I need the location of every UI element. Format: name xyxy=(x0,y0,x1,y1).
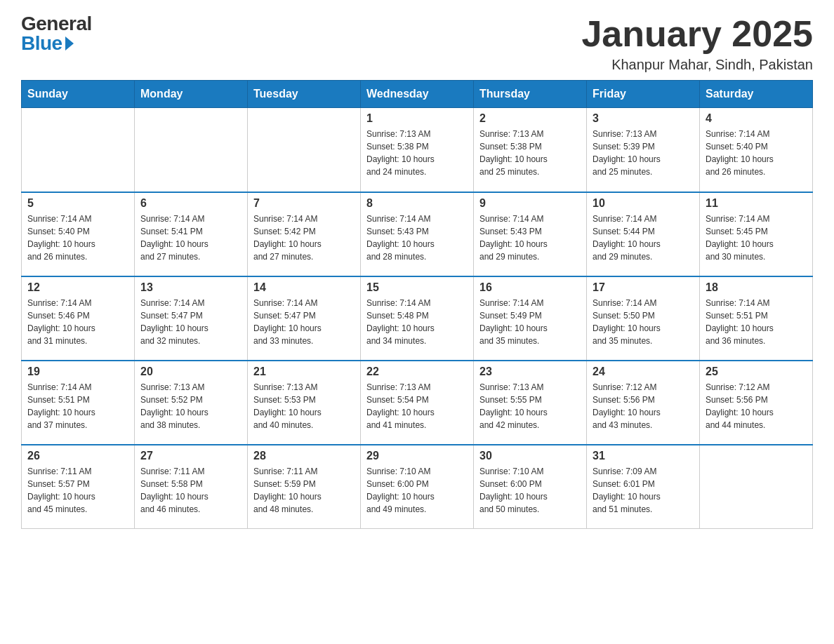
calendar-header-row: SundayMondayTuesdayWednesdayThursdayFrid… xyxy=(22,81,813,108)
day-number: 6 xyxy=(140,197,241,210)
day-number: 24 xyxy=(593,365,694,378)
page-header: General Blue January 2025 Khanpur Mahar,… xyxy=(21,14,813,73)
logo-general-text: General xyxy=(21,14,92,34)
calendar-cell: 13Sunrise: 7:14 AM Sunset: 5:47 PM Dayli… xyxy=(135,276,248,361)
calendar-cell: 6Sunrise: 7:14 AM Sunset: 5:41 PM Daylig… xyxy=(135,192,248,276)
calendar-cell: 9Sunrise: 7:14 AM Sunset: 5:43 PM Daylig… xyxy=(474,192,587,276)
day-number: 2 xyxy=(479,112,581,125)
calendar-week-row: 12Sunrise: 7:14 AM Sunset: 5:46 PM Dayli… xyxy=(22,276,813,361)
day-info: Sunrise: 7:12 AM Sunset: 5:56 PM Dayligh… xyxy=(593,381,694,431)
calendar-cell: 2Sunrise: 7:13 AM Sunset: 5:38 PM Daylig… xyxy=(474,108,587,192)
calendar-cell: 5Sunrise: 7:14 AM Sunset: 5:40 PM Daylig… xyxy=(22,192,135,276)
calendar-cell: 21Sunrise: 7:13 AM Sunset: 5:53 PM Dayli… xyxy=(248,361,361,445)
day-info: Sunrise: 7:14 AM Sunset: 5:47 PM Dayligh… xyxy=(140,297,241,347)
day-number: 12 xyxy=(27,281,128,294)
location-text: Khanpur Mahar, Sindh, Pakistan xyxy=(581,57,813,73)
day-info: Sunrise: 7:11 AM Sunset: 5:58 PM Dayligh… xyxy=(140,465,241,516)
calendar-cell: 15Sunrise: 7:14 AM Sunset: 5:48 PM Dayli… xyxy=(361,276,474,361)
calendar-cell: 10Sunrise: 7:14 AM Sunset: 5:44 PM Dayli… xyxy=(587,192,700,276)
day-number: 27 xyxy=(140,450,241,462)
calendar-cell: 14Sunrise: 7:14 AM Sunset: 5:47 PM Dayli… xyxy=(248,276,361,361)
month-title: January 2025 xyxy=(581,14,813,54)
logo-arrow-icon xyxy=(65,36,74,51)
day-info: Sunrise: 7:14 AM Sunset: 5:49 PM Dayligh… xyxy=(479,297,581,347)
day-info: Sunrise: 7:10 AM Sunset: 6:00 PM Dayligh… xyxy=(479,465,581,516)
calendar-cell: 28Sunrise: 7:11 AM Sunset: 5:59 PM Dayli… xyxy=(248,445,361,529)
logo-blue-text: Blue xyxy=(21,34,74,53)
day-info: Sunrise: 7:14 AM Sunset: 5:43 PM Dayligh… xyxy=(479,213,581,263)
calendar-header-thursday: Thursday xyxy=(474,81,587,108)
day-number: 22 xyxy=(366,365,468,378)
calendar-cell: 25Sunrise: 7:12 AM Sunset: 5:56 PM Dayli… xyxy=(700,361,813,445)
day-number: 14 xyxy=(253,281,355,294)
day-info: Sunrise: 7:14 AM Sunset: 5:46 PM Dayligh… xyxy=(27,297,128,347)
calendar-cell: 27Sunrise: 7:11 AM Sunset: 5:58 PM Dayli… xyxy=(135,445,248,529)
day-info: Sunrise: 7:14 AM Sunset: 5:45 PM Dayligh… xyxy=(706,213,807,263)
day-number: 13 xyxy=(140,281,241,294)
day-number: 19 xyxy=(27,365,128,378)
day-number: 26 xyxy=(27,450,128,462)
day-number: 5 xyxy=(27,197,128,210)
calendar-header-saturday: Saturday xyxy=(700,81,813,108)
day-info: Sunrise: 7:12 AM Sunset: 5:56 PM Dayligh… xyxy=(706,381,807,431)
day-info: Sunrise: 7:10 AM Sunset: 6:00 PM Dayligh… xyxy=(366,465,468,516)
calendar-cell xyxy=(135,108,248,192)
day-number: 21 xyxy=(253,365,355,378)
calendar-cell: 31Sunrise: 7:09 AM Sunset: 6:01 PM Dayli… xyxy=(587,445,700,529)
calendar-cell xyxy=(22,108,135,192)
day-info: Sunrise: 7:14 AM Sunset: 5:50 PM Dayligh… xyxy=(593,297,694,347)
day-number: 10 xyxy=(593,197,694,210)
day-number: 7 xyxy=(253,197,355,210)
day-info: Sunrise: 7:14 AM Sunset: 5:51 PM Dayligh… xyxy=(27,381,128,431)
calendar-header-wednesday: Wednesday xyxy=(361,81,474,108)
day-number: 20 xyxy=(140,365,241,378)
day-info: Sunrise: 7:14 AM Sunset: 5:43 PM Dayligh… xyxy=(366,213,468,263)
calendar-cell: 22Sunrise: 7:13 AM Sunset: 5:54 PM Dayli… xyxy=(361,361,474,445)
day-number: 23 xyxy=(479,365,581,378)
calendar-cell: 20Sunrise: 7:13 AM Sunset: 5:52 PM Dayli… xyxy=(135,361,248,445)
calendar-cell: 4Sunrise: 7:14 AM Sunset: 5:40 PM Daylig… xyxy=(700,108,813,192)
day-number: 18 xyxy=(706,281,807,294)
calendar-cell: 24Sunrise: 7:12 AM Sunset: 5:56 PM Dayli… xyxy=(587,361,700,445)
day-number: 15 xyxy=(366,281,468,294)
calendar-cell xyxy=(248,108,361,192)
day-number: 31 xyxy=(593,450,694,462)
calendar-header-friday: Friday xyxy=(587,81,700,108)
calendar-cell: 23Sunrise: 7:13 AM Sunset: 5:55 PM Dayli… xyxy=(474,361,587,445)
day-info: Sunrise: 7:13 AM Sunset: 5:55 PM Dayligh… xyxy=(479,381,581,431)
calendar-cell: 18Sunrise: 7:14 AM Sunset: 5:51 PM Dayli… xyxy=(700,276,813,361)
day-info: Sunrise: 7:14 AM Sunset: 5:44 PM Dayligh… xyxy=(593,213,694,263)
day-number: 29 xyxy=(366,450,468,462)
day-info: Sunrise: 7:13 AM Sunset: 5:39 PM Dayligh… xyxy=(593,128,694,178)
calendar-cell: 30Sunrise: 7:10 AM Sunset: 6:00 PM Dayli… xyxy=(474,445,587,529)
title-block: January 2025 Khanpur Mahar, Sindh, Pakis… xyxy=(581,14,813,73)
day-number: 4 xyxy=(706,112,807,125)
calendar-table: SundayMondayTuesdayWednesdayThursdayFrid… xyxy=(21,80,813,529)
calendar-cell: 17Sunrise: 7:14 AM Sunset: 5:50 PM Dayli… xyxy=(587,276,700,361)
calendar-header-monday: Monday xyxy=(135,81,248,108)
calendar-cell: 1Sunrise: 7:13 AM Sunset: 5:38 PM Daylig… xyxy=(361,108,474,192)
calendar-cell: 26Sunrise: 7:11 AM Sunset: 5:57 PM Dayli… xyxy=(22,445,135,529)
day-info: Sunrise: 7:14 AM Sunset: 5:40 PM Dayligh… xyxy=(27,213,128,263)
day-number: 1 xyxy=(366,112,468,125)
calendar-week-row: 19Sunrise: 7:14 AM Sunset: 5:51 PM Dayli… xyxy=(22,361,813,445)
calendar-cell: 29Sunrise: 7:10 AM Sunset: 6:00 PM Dayli… xyxy=(361,445,474,529)
day-info: Sunrise: 7:14 AM Sunset: 5:48 PM Dayligh… xyxy=(366,297,468,347)
calendar-cell: 7Sunrise: 7:14 AM Sunset: 5:42 PM Daylig… xyxy=(248,192,361,276)
calendar-cell: 3Sunrise: 7:13 AM Sunset: 5:39 PM Daylig… xyxy=(587,108,700,192)
day-info: Sunrise: 7:11 AM Sunset: 5:57 PM Dayligh… xyxy=(27,465,128,516)
day-number: 17 xyxy=(593,281,694,294)
calendar-week-row: 26Sunrise: 7:11 AM Sunset: 5:57 PM Dayli… xyxy=(22,445,813,529)
day-number: 9 xyxy=(479,197,581,210)
calendar-cell: 19Sunrise: 7:14 AM Sunset: 5:51 PM Dayli… xyxy=(22,361,135,445)
calendar-cell: 11Sunrise: 7:14 AM Sunset: 5:45 PM Dayli… xyxy=(700,192,813,276)
logo: General Blue xyxy=(21,14,92,53)
day-info: Sunrise: 7:09 AM Sunset: 6:01 PM Dayligh… xyxy=(593,465,694,516)
day-number: 16 xyxy=(479,281,581,294)
day-number: 30 xyxy=(479,450,581,462)
calendar-week-row: 5Sunrise: 7:14 AM Sunset: 5:40 PM Daylig… xyxy=(22,192,813,276)
calendar-header-tuesday: Tuesday xyxy=(248,81,361,108)
day-number: 11 xyxy=(706,197,807,210)
calendar-header-sunday: Sunday xyxy=(22,81,135,108)
day-number: 8 xyxy=(366,197,468,210)
